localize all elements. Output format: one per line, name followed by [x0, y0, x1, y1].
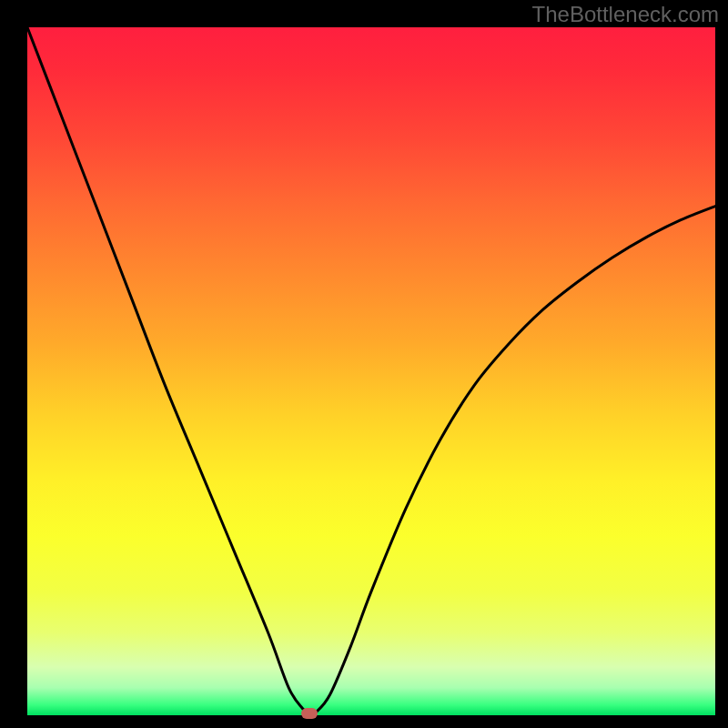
- curve-svg: [27, 27, 715, 715]
- optimal-point-marker: [301, 708, 318, 719]
- bottleneck-curve: [27, 27, 715, 713]
- watermark-text: TheBottleneck.com: [532, 2, 719, 27]
- chart-container: TheBottleneck.com: [0, 0, 728, 728]
- plot-area: [27, 27, 715, 715]
